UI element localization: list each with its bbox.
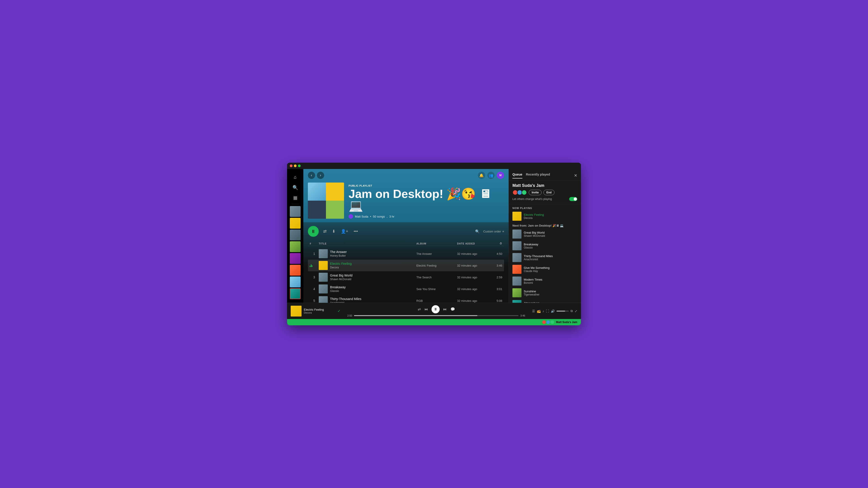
close-queue-button[interactable]: ✕ xyxy=(574,173,577,178)
end-button[interactable]: End xyxy=(544,190,555,195)
table-row[interactable]: Electric Feeling Decora Electric Feeling… xyxy=(308,260,504,271)
track-number: 3 xyxy=(310,275,319,279)
sidebar-playlist-1[interactable] xyxy=(290,206,301,217)
queue-track-5[interactable]: Modern Times Bonomi xyxy=(509,275,581,287)
sidebar-playlist-2[interactable] xyxy=(290,218,301,229)
back-button[interactable]: ‹ xyxy=(308,172,315,179)
library-icon: ▦ xyxy=(293,195,298,200)
main-content: ‹ › 🔔 👥 M xyxy=(303,169,508,303)
expand-button[interactable]: ⤢ xyxy=(575,309,577,313)
queue-button[interactable]: ☰ xyxy=(532,309,535,313)
invite-button[interactable]: Invite xyxy=(529,190,541,195)
sidebar-playlist-7[interactable] xyxy=(290,276,301,287)
allow-changes-toggle[interactable] xyxy=(569,197,577,201)
queue-thumbnail xyxy=(513,241,522,250)
sidebar-playlist-3[interactable] xyxy=(290,230,301,240)
track-date: 32 minutes ago xyxy=(457,299,489,302)
tab-recently-played[interactable]: Recently played xyxy=(526,173,550,178)
sidebar-item-home[interactable]: ⌂ xyxy=(290,173,301,182)
queue-track-info: Great Big World Shawn McDonald xyxy=(524,231,577,237)
close-button[interactable] xyxy=(290,164,292,167)
home-icon: ⌂ xyxy=(294,175,297,180)
track-list: 1 The Answer Honey Butter The Answer 32 … xyxy=(308,248,504,303)
custom-order-dropdown[interactable]: Custom order ≡ xyxy=(483,230,504,233)
track-name: The Answer xyxy=(330,250,347,254)
next-from-label: Next from: Jam on Desktop! 🎉🖥 💻 xyxy=(509,222,581,228)
jam-bar[interactable]: Matt Suda's Jam xyxy=(287,319,581,325)
queue-track-6[interactable]: Sunshine Tigerweather xyxy=(509,287,581,299)
liked-icon[interactable]: ✓ xyxy=(338,309,340,313)
now-playing-track[interactable]: Electric Feeling Decora xyxy=(509,210,581,222)
queue-track-3[interactable]: Thirty-Thousand Miles Anachronist xyxy=(509,252,581,263)
track-name-artist: Breakaway Glassio xyxy=(330,285,346,293)
forward-button[interactable]: › xyxy=(317,172,324,179)
tab-queue[interactable]: Queue xyxy=(513,173,522,178)
mini-player-button[interactable]: ⧉ xyxy=(570,309,573,313)
user-avatar[interactable]: M xyxy=(497,172,504,179)
queue-track-info: Breakaway Glassio xyxy=(524,242,577,249)
time-total: 3:46 xyxy=(520,314,528,317)
sidebar-playlist-4[interactable] xyxy=(290,241,301,252)
track-search-button[interactable]: 🔍 xyxy=(475,229,480,234)
play-pause-button[interactable]: ⏸ xyxy=(308,226,319,237)
sidebar-playlist-5[interactable] xyxy=(290,253,301,264)
queue-track-4[interactable]: Give Me Something Claude Hay xyxy=(509,263,581,275)
track-duration: 3:46 xyxy=(489,264,502,267)
sidebar-item-library[interactable]: ▦ xyxy=(290,193,301,202)
follow-button[interactable]: 👤+ xyxy=(340,228,349,235)
table-row[interactable]: 3 Great Big World Shawn McDonald The Sea… xyxy=(308,271,504,283)
col-album: Album xyxy=(416,242,457,245)
track-name-artist: Electric Feeling Decora xyxy=(330,262,352,269)
queue-track-artist: Shawn McDonald xyxy=(524,234,577,237)
progress-bar[interactable] xyxy=(354,315,519,316)
sidebar-item-search[interactable]: 🔍 xyxy=(290,183,301,192)
maximize-button[interactable] xyxy=(298,164,301,167)
track-number: 1 xyxy=(310,252,319,256)
download-button[interactable]: ⬇ xyxy=(331,228,336,235)
track-artist: Decora xyxy=(330,266,352,269)
next-button[interactable]: ⏭ xyxy=(443,307,447,311)
queue-track-artist: Claude Hay xyxy=(524,269,577,273)
queue-track-2[interactable]: Breakaway Glassio xyxy=(509,240,581,252)
devices-button[interactable]: 📻 xyxy=(537,309,541,313)
table-row[interactable]: 4 Breakaway Glassio See You Shine 32 min… xyxy=(308,283,504,295)
jam-title: Matt Suda's Jam xyxy=(513,183,577,188)
volume-bar[interactable] xyxy=(557,311,569,312)
track-name: Breakaway xyxy=(330,285,346,289)
queue-track-name: Sunshine xyxy=(524,290,577,293)
queue-thumbnail xyxy=(513,300,522,303)
table-row[interactable]: 5 Thirty-Thousand Miles Anachronist RGB … xyxy=(308,295,504,303)
more-button[interactable]: ••• xyxy=(353,228,359,235)
eq-bar-2 xyxy=(311,264,311,267)
player-track-artist: Decora xyxy=(304,311,335,314)
sidebar-playlist-8[interactable] xyxy=(290,288,301,299)
table-row[interactable]: 1 The Answer Honey Butter The Answer 32 … xyxy=(308,248,504,260)
friend-activity-button[interactable]: 👥 xyxy=(487,172,495,179)
nav-right: 🔔 👥 M xyxy=(478,172,504,179)
prev-button[interactable]: ⏮ xyxy=(424,307,428,311)
queue-track-info: Modern Times Bonomi xyxy=(524,278,577,285)
minimize-button[interactable] xyxy=(294,164,297,167)
track-number: 5 xyxy=(310,299,319,302)
time-current: 2:50 xyxy=(344,314,352,317)
queue-track-name: Give Me Something xyxy=(524,266,577,269)
lyrics-button[interactable]: 💬 xyxy=(451,307,455,311)
track-date: 32 minutes ago xyxy=(457,287,489,291)
col-title: Title xyxy=(319,242,416,245)
jam-bar-avatar-3 xyxy=(550,320,554,324)
track-thumbnail xyxy=(319,296,328,303)
shuffle-button[interactable]: ⇄ xyxy=(322,228,328,235)
sidebar-playlist-6[interactable] xyxy=(290,265,301,275)
volume-button[interactable]: 🔊 xyxy=(551,309,555,313)
queue-track-7[interactable]: Atmosphere Clay Hughes xyxy=(509,299,581,303)
now-playing-name: Electric Feeling xyxy=(524,213,577,217)
notifications-button[interactable]: 🔔 xyxy=(478,172,485,179)
lyrics-right-button[interactable]: ♪ xyxy=(542,309,544,313)
player-controls: ⇄ ⏮ ⏸ ⏭ 💬 xyxy=(418,305,455,313)
fullscreen-button[interactable]: ⛶ xyxy=(546,309,549,313)
shuffle-control[interactable]: ⇄ xyxy=(418,307,421,311)
play-control[interactable]: ⏸ xyxy=(432,305,440,313)
track-name-artist: The Answer Honey Butter xyxy=(330,250,347,257)
queue-track-1[interactable]: Great Big World Shawn McDonald xyxy=(509,228,581,240)
track-info: The Answer Honey Butter xyxy=(319,249,416,258)
